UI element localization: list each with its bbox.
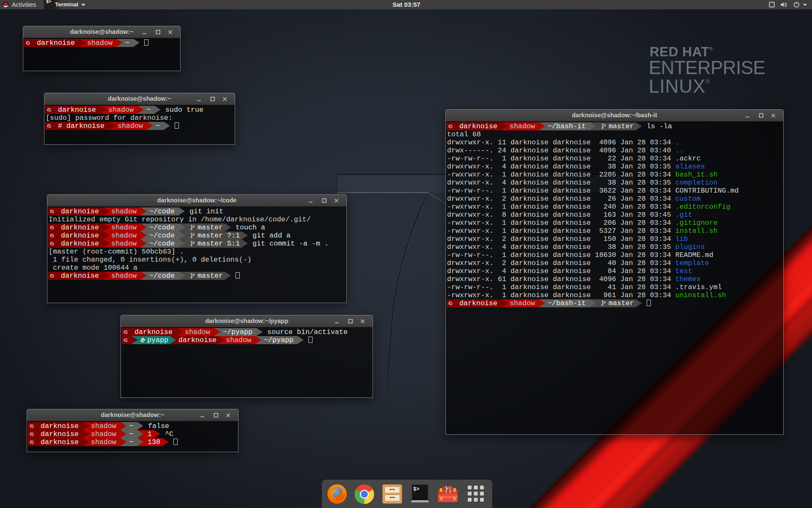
svg-text:$>: $> bbox=[413, 486, 419, 492]
